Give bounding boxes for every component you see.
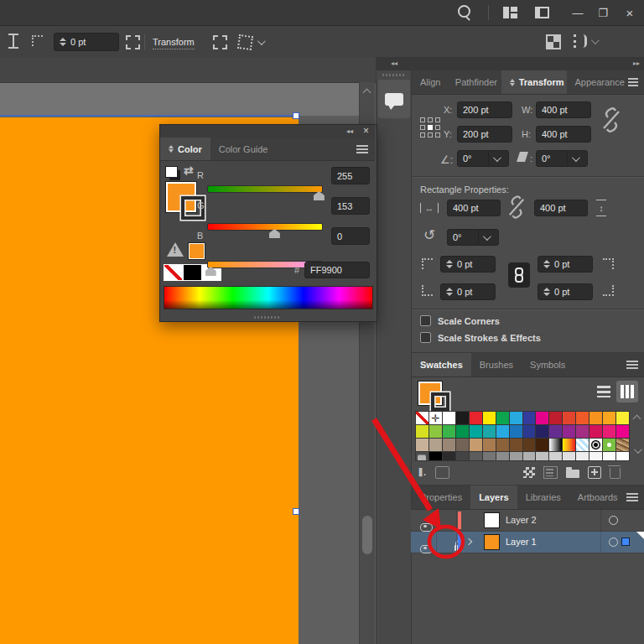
dock-collapse-left[interactable]: ◂◂ [377, 57, 412, 70]
swatch[interactable] [483, 425, 496, 438]
swatch[interactable] [576, 439, 589, 451]
swatch[interactable] [496, 412, 509, 424]
swatch[interactable] [456, 412, 469, 424]
swatch[interactable] [429, 425, 442, 438]
swatch[interactable] [416, 425, 428, 438]
tab-color-guide[interactable]: Color Guide [210, 138, 277, 160]
restore-button[interactable]: ❐ [594, 3, 612, 22]
corner-br-field[interactable]: 0 pt [538, 283, 593, 300]
workspace-switcher-icon[interactable] [503, 7, 517, 18]
scale-corners-option[interactable]: Scale Corners [420, 315, 500, 326]
layer-name[interactable]: Layer 2 [506, 515, 537, 525]
swatch[interactable] [443, 439, 455, 451]
selection-handle-right-middle[interactable] [293, 508, 299, 515]
swatch[interactable] [456, 425, 469, 438]
close-button[interactable]: × [621, 3, 639, 22]
rect-constrain-broken-icon[interactable] [507, 195, 526, 219]
x-field[interactable]: 200 pt [457, 101, 512, 118]
swatch[interactable] [603, 425, 615, 438]
search-icon[interactable] [458, 5, 470, 21]
comments-panel-button[interactable] [378, 80, 410, 118]
swatch[interactable] [523, 412, 536, 424]
swatch[interactable] [483, 439, 496, 451]
vertical-distribute-icon[interactable] [8, 34, 18, 49]
panel-menu-icon[interactable] [628, 78, 639, 86]
tab-align[interactable]: Align [412, 70, 447, 94]
h-field[interactable]: 400 pt [536, 126, 591, 143]
visibility-eye-icon[interactable] [420, 545, 433, 553]
shear-field[interactable]: 0° [536, 150, 588, 167]
add-to-library-icon[interactable] [435, 466, 449, 479]
swatch[interactable] [416, 439, 428, 451]
swatch[interactable] [470, 412, 482, 424]
swatch[interactable] [416, 412, 428, 424]
document-setup-control[interactable] [574, 34, 597, 48]
list-view-button[interactable] [593, 381, 615, 402]
corner-tl-field[interactable]: 0 pt [440, 256, 496, 273]
swatch[interactable] [470, 425, 482, 438]
visibility-eye-icon[interactable] [420, 523, 433, 532]
swatch[interactable] [576, 452, 589, 461]
swatch[interactable] [429, 412, 442, 424]
tab-properties[interactable]: Properties [412, 486, 470, 509]
constrain-proportions-broken-icon[interactable] [601, 107, 621, 132]
slider-value-b[interactable]: 0 [331, 227, 370, 245]
swatch[interactable] [576, 412, 589, 424]
swatch[interactable] [589, 425, 602, 438]
panel-collapse-icon[interactable]: ◂◂ [346, 125, 353, 138]
shear-dropdown[interactable] [567, 151, 582, 166]
pasteboard[interactable] [0, 83, 359, 116]
panel-layout-icon[interactable] [535, 7, 549, 18]
w-field[interactable]: 400 pt [536, 101, 591, 118]
swatch-libraries-icon[interactable]: ⫼. [418, 467, 427, 478]
swatch[interactable] [589, 439, 602, 451]
scrollbar-thumb[interactable] [362, 516, 372, 554]
swatch[interactable] [589, 412, 602, 424]
corner-widget-icon[interactable] [32, 35, 43, 46]
swatch[interactable] [510, 439, 522, 451]
dock-grip[interactable] [382, 74, 406, 76]
gamut-color-chip[interactable] [189, 243, 205, 259]
swatch[interactable] [443, 425, 455, 438]
layer-target-icon[interactable] [609, 516, 618, 525]
free-transform-icon[interactable] [213, 35, 227, 49]
swatch[interactable] [536, 425, 548, 438]
swatch[interactable] [456, 452, 469, 461]
swatch[interactable] [549, 439, 562, 451]
dock-collapse-right[interactable]: ▸▸ [633, 57, 640, 70]
slider-value-r[interactable]: 255 [331, 167, 370, 184]
slider-r[interactable] [207, 185, 323, 193]
swatch[interactable] [549, 412, 562, 424]
swatch[interactable] [470, 452, 482, 461]
swatch[interactable] [549, 452, 562, 461]
tab-transform[interactable]: Transform [501, 70, 567, 94]
slider-g[interactable] [207, 223, 323, 231]
stepper-icon[interactable] [60, 38, 66, 46]
new-swatch-icon[interactable] [588, 466, 601, 479]
layer-thumbnail[interactable] [484, 534, 500, 550]
swatch[interactable] [470, 439, 482, 451]
bounding-box-icon[interactable] [126, 35, 140, 49]
swatch-scroll-up-icon[interactable] [633, 415, 641, 423]
swatch[interactable] [523, 425, 536, 438]
tab-libraries[interactable]: Libraries [517, 486, 569, 509]
color-panel[interactable]: ◂◂ × Color Color Guide ⇄ R 255 G 153 [159, 124, 377, 322]
tab-color[interactable]: Color [160, 138, 210, 160]
layer-row-2[interactable]: Layer 2 [411, 510, 644, 532]
tab-brushes[interactable]: Brushes [471, 353, 522, 377]
swatch[interactable] [443, 452, 455, 461]
swatch[interactable] [443, 412, 455, 424]
delete-swatch-icon[interactable] [610, 468, 621, 479]
tab-pathfinder[interactable]: Pathfinder [447, 70, 501, 94]
panel-close-icon[interactable]: × [363, 125, 369, 137]
arrange-documents-icon[interactable] [547, 35, 560, 49]
tab-layers[interactable]: Layers [470, 486, 517, 509]
swatch[interactable] [589, 452, 602, 461]
rect-angle-field[interactable]: 0° [447, 229, 499, 246]
layer-thumbnail[interactable] [484, 512, 500, 528]
swatch[interactable] [536, 439, 548, 451]
selection-indicator[interactable] [621, 538, 630, 546]
swatch[interactable] [616, 412, 629, 424]
tab-symbols[interactable]: Symbols [522, 353, 574, 377]
layer-target-icon[interactable] [609, 538, 618, 547]
